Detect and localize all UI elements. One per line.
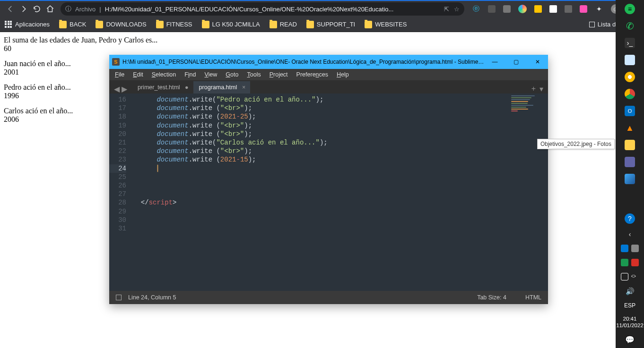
menu-view[interactable]: View xyxy=(200,70,221,79)
ext-icon-1[interactable]: ⓔ xyxy=(472,5,480,13)
ext-icon-4[interactable] xyxy=(518,5,527,13)
ext-icon-2[interactable] xyxy=(488,5,496,13)
sublime-tabs: ◀ ▶ primer_test.html ● programa.html × +… xyxy=(109,80,548,93)
tooltip: Objetivos_2022.jpeg - Fotos xyxy=(537,139,615,149)
home-button[interactable] xyxy=(44,2,57,16)
menu-tools[interactable]: Tools xyxy=(243,70,264,79)
output-value: 60 xyxy=(4,44,612,53)
gutter: 16171819202122232425262728293031 xyxy=(109,93,130,291)
bookmark-back[interactable]: BACK xyxy=(59,21,86,28)
bookmark-support[interactable]: SUPPORT_TI xyxy=(306,21,355,28)
vlc-icon[interactable]: ▲ xyxy=(625,123,635,133)
panel-switcher-icon[interactable] xyxy=(116,295,122,300)
sublime-menubar: File Edit Selection Find View Goto Tools… xyxy=(109,69,548,80)
folder-icon xyxy=(59,21,67,28)
bookmark-downloads[interactable]: DOWNLOADS xyxy=(96,21,146,28)
bookmarks-bar: Aplicaciones BACK DOWNLOADS FITNESS LG K… xyxy=(0,17,644,32)
menu-goto[interactable]: Goto xyxy=(222,70,242,79)
ext-icon-7[interactable] xyxy=(565,5,572,13)
folder-icon xyxy=(306,21,314,28)
tab-next-icon[interactable]: ▶ xyxy=(122,85,127,93)
onedrive-icon[interactable] xyxy=(621,245,628,252)
terminal-icon[interactable]: ›_ xyxy=(625,38,635,48)
sublime-statusbar: Line 24, Column 5 Tab Size: 4 HTML xyxy=(109,291,548,304)
teams-icon[interactable] xyxy=(625,157,635,167)
spotify-icon[interactable]: ≡ xyxy=(625,4,635,14)
menu-preferences[interactable]: Preferences xyxy=(293,70,332,79)
minimap[interactable] xyxy=(508,93,548,291)
url-text: H:/Mi%20unidad/_01_PERSONAL/EDUCACIÓN/Cu… xyxy=(105,6,440,13)
whatsapp-icon[interactable]: ✆ xyxy=(625,21,635,31)
help-icon[interactable]: ? xyxy=(625,213,635,224)
chrome-icon[interactable] xyxy=(625,89,635,99)
tab-prev-icon[interactable]: ◀ xyxy=(114,85,120,93)
open-external-icon[interactable]: ⇱ xyxy=(444,6,449,13)
explorer-icon[interactable] xyxy=(625,140,635,150)
tab-programa[interactable]: programa.html × xyxy=(193,81,251,93)
output-line: El suma de las edades de Juan, Pedro y C… xyxy=(4,36,612,44)
separator: | xyxy=(99,6,101,13)
menu-edit[interactable]: Edit xyxy=(129,70,147,79)
browser-toolbar: ⓘ Archivo | H:/Mi%20unidad/_01_PERSONAL/… xyxy=(0,0,644,17)
system-taskbar: ≡ ✆ ›_ O ▲ ? ‹ ⌔ 🔊 ESP 20:41 11/01/2022 … xyxy=(616,0,644,348)
tab-add-icon[interactable]: + xyxy=(531,85,536,93)
list-icon xyxy=(589,22,595,27)
url-prefix-label: Archivo xyxy=(75,6,96,13)
language-indicator[interactable]: ESP xyxy=(624,302,635,309)
folder-icon xyxy=(156,21,164,28)
back-button[interactable] xyxy=(4,2,17,16)
apps-icon xyxy=(5,21,12,28)
chrome-canary-icon[interactable] xyxy=(625,72,635,82)
forward-button[interactable] xyxy=(17,2,30,16)
notepad-icon[interactable] xyxy=(625,55,635,65)
tab-close-icon[interactable]: × xyxy=(242,84,245,91)
bookmark-lg[interactable]: LG K50 JCMILLA xyxy=(202,21,260,28)
volume-icon[interactable]: 🔊 xyxy=(626,287,635,296)
site-info-icon[interactable]: ⓘ xyxy=(65,5,71,13)
bookmark-websites[interactable]: WEBSITES xyxy=(365,21,407,28)
url-bar[interactable]: ⓘ Archivo | H:/Mi%20unidad/_01_PERSONAL/… xyxy=(61,2,464,16)
wifi-icon[interactable]: ⌔ xyxy=(631,273,639,280)
menu-selection[interactable]: Selection xyxy=(148,70,180,79)
minimize-button[interactable]: — xyxy=(484,55,505,69)
ext-icon-6[interactable] xyxy=(549,5,557,13)
notifications-icon[interactable]: 💬 xyxy=(625,335,635,344)
battery-icon[interactable] xyxy=(621,273,628,280)
ext-icon-5[interactable] xyxy=(534,5,542,13)
maximize-button[interactable]: ▢ xyxy=(505,55,527,69)
menu-project[interactable]: Project xyxy=(266,70,292,79)
bookmark-fitness[interactable]: FITNESS xyxy=(156,21,192,28)
apps-shortcut[interactable]: Aplicaciones xyxy=(5,21,50,28)
security-icon[interactable] xyxy=(621,259,628,266)
photos-icon[interactable] xyxy=(625,174,635,184)
sublime-logo-icon: S xyxy=(112,58,120,66)
folder-icon xyxy=(96,21,103,28)
tab-menu-icon[interactable]: ▾ xyxy=(540,85,543,93)
ext-icon-3[interactable] xyxy=(503,5,511,13)
sublime-title: H:\Mi unidad\_01_PERSONAL\EDUCACIÓN\Curs… xyxy=(122,59,484,65)
status-position[interactable]: Line 24, Column 5 xyxy=(128,294,176,301)
menu-file[interactable]: File xyxy=(111,70,128,79)
extensions-area: ⓔ ✦ ☺ ⋮ xyxy=(468,4,640,14)
tray-expand-icon[interactable]: ‹ xyxy=(629,230,631,238)
code-area[interactable]: document.write("Pedro ació en el año..."… xyxy=(130,93,508,291)
close-button[interactable]: ✕ xyxy=(527,55,548,69)
clock[interactable]: 20:41 11/01/2022 xyxy=(616,315,644,329)
folder-icon xyxy=(202,21,209,28)
folder-icon xyxy=(365,21,372,28)
status-tabsize[interactable]: Tab Size: 4 xyxy=(477,294,506,301)
ext-icon-8[interactable] xyxy=(580,5,587,13)
menu-help[interactable]: Help xyxy=(333,70,353,79)
reload-button[interactable] xyxy=(30,2,44,16)
status-syntax[interactable]: HTML xyxy=(525,294,541,301)
app-icon[interactable] xyxy=(631,259,639,266)
star-icon[interactable]: ☆ xyxy=(454,6,460,13)
apps-label: Aplicaciones xyxy=(15,21,50,28)
bookmark-read[interactable]: READ xyxy=(270,21,297,28)
menu-find[interactable]: Find xyxy=(181,70,200,79)
onedrive-grey-icon[interactable] xyxy=(631,245,639,252)
sublime-titlebar[interactable]: S H:\Mi unidad\_01_PERSONAL\EDUCACIÓN\Cu… xyxy=(109,55,548,69)
tab-primer-test[interactable]: primer_test.html ● xyxy=(132,81,193,93)
outlook-icon[interactable]: O xyxy=(625,106,635,116)
extensions-icon[interactable]: ✦ xyxy=(595,5,603,13)
